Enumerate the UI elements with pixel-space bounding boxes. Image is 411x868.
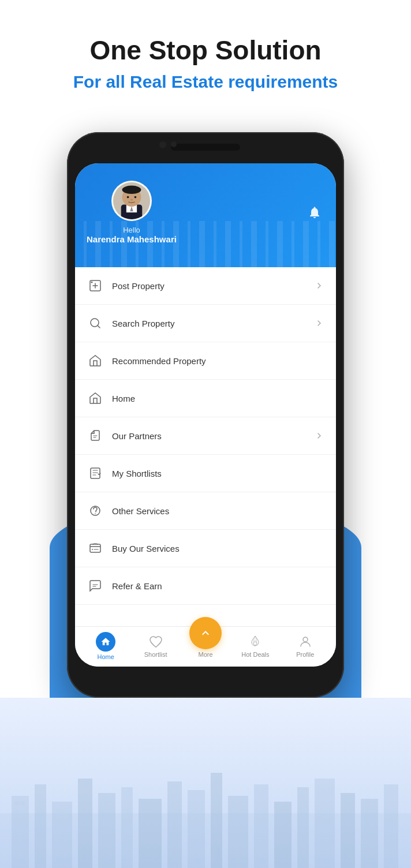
svg-rect-38	[20, 802, 25, 805]
svg-rect-39	[14, 810, 19, 814]
svg-point-6	[127, 196, 129, 199]
svg-rect-41	[36, 800, 40, 803]
recommended-property-icon	[87, 352, 104, 369]
my-shortlists-label: My Shortlists	[112, 469, 324, 478]
post-property-label: Post Property	[112, 281, 314, 291]
our-partners-chevron	[314, 431, 324, 441]
svg-point-14	[95, 513, 96, 514]
svg-rect-28	[211, 773, 222, 868]
buy-services-icon	[87, 540, 104, 557]
page-subtitle: For all Real Estate requirements	[12, 72, 399, 92]
svg-point-5	[122, 186, 141, 194]
other-services-icon	[87, 502, 104, 519]
phone-shell: Hello Narendra Maheshwari	[67, 132, 344, 698]
search-property-icon	[87, 315, 104, 332]
svg-rect-24	[121, 787, 133, 868]
more-fab-icon	[199, 626, 212, 640]
app-header: Hello Narendra Maheshwari	[75, 163, 336, 267]
home-nav-icon	[100, 637, 111, 647]
svg-rect-25	[139, 799, 162, 868]
svg-rect-40	[36, 793, 40, 796]
menu-item-recommended-property[interactable]: Recommended Property	[75, 342, 336, 380]
home-menu-label: Home	[112, 394, 324, 403]
refer-earn-label: Refer & Earn	[112, 581, 324, 591]
our-partners-label: Our Partners	[112, 431, 314, 441]
nav-item-home[interactable]: Home	[81, 632, 130, 660]
menu-item-my-shortlists[interactable]: My Shortlists	[75, 455, 336, 492]
hot-deals-nav-icon	[248, 634, 263, 649]
city-overlay	[75, 221, 336, 267]
menu-item-other-services[interactable]: Other Services	[75, 492, 336, 530]
refer-earn-icon	[87, 577, 104, 594]
svg-point-16	[92, 549, 93, 550]
svg-point-11	[91, 319, 99, 327]
greeting-text: Hello	[123, 226, 140, 234]
phone-screen: Hello Narendra Maheshwari	[75, 163, 336, 667]
bottom-bg	[0, 698, 411, 868]
shortlist-nav-label: Shortlist	[144, 651, 167, 658]
screen-content: Hello Narendra Maheshwari	[75, 163, 336, 667]
svg-rect-37	[14, 802, 19, 805]
svg-rect-29	[228, 796, 248, 868]
svg-rect-33	[315, 779, 335, 868]
phone-notch	[171, 144, 240, 151]
bottom-nav: Home Shortlist	[75, 626, 336, 667]
svg-rect-19	[12, 796, 29, 868]
page-header: One Stop Solution For all Real Estate re…	[0, 0, 411, 109]
svg-point-17	[303, 637, 308, 642]
hot-deals-nav-label: Hot Deals	[241, 651, 269, 658]
phone-wrapper: Hello Narendra Maheshwari	[67, 132, 344, 698]
svg-rect-21	[52, 802, 72, 868]
menu-item-refer-earn[interactable]: Refer & Earn	[75, 567, 336, 605]
avatar	[111, 181, 152, 221]
svg-rect-15	[90, 544, 100, 552]
svg-rect-12	[91, 468, 100, 478]
bg-city-skyline	[0, 755, 411, 868]
nav-item-hot-deals[interactable]: Hot Deals	[230, 634, 280, 658]
profile-nav-label: Profile	[296, 651, 314, 658]
home-nav-label: Home	[98, 653, 114, 660]
bell-icon-wrap[interactable]	[305, 203, 324, 222]
home-menu-icon	[87, 390, 104, 407]
svg-point-8	[130, 199, 133, 201]
search-property-chevron	[314, 318, 324, 328]
my-shortlists-icon	[87, 465, 104, 482]
our-partners-icon	[87, 427, 104, 444]
svg-rect-36	[384, 784, 398, 868]
nav-item-shortlist[interactable]: Shortlist	[130, 634, 180, 658]
svg-rect-30	[254, 784, 268, 868]
nav-item-profile[interactable]: Profile	[281, 634, 330, 658]
post-property-chevron	[314, 280, 324, 291]
post-property-icon	[87, 277, 104, 294]
buy-services-label: Buy Our Services	[112, 544, 324, 553]
svg-point-10	[91, 282, 93, 283]
page-title: One Stop Solution	[12, 35, 399, 66]
svg-rect-22	[78, 779, 92, 868]
svg-rect-34	[341, 793, 355, 868]
svg-rect-27	[188, 790, 205, 868]
phone-camera	[159, 141, 166, 148]
svg-rect-32	[297, 787, 309, 868]
svg-rect-23	[98, 793, 115, 868]
bell-icon	[308, 205, 322, 219]
home-nav-icon-bg	[96, 632, 115, 652]
more-fab[interactable]	[189, 617, 222, 649]
menu-item-search-property[interactable]: Search Property	[75, 305, 336, 342]
other-services-label: Other Services	[112, 506, 324, 516]
more-nav-label: More	[198, 651, 212, 658]
menu-item-home[interactable]: Home	[75, 380, 336, 417]
recommended-property-label: Recommended Property	[112, 356, 324, 366]
svg-rect-20	[35, 784, 46, 868]
menu-item-post-property[interactable]: Post Property	[75, 267, 336, 305]
svg-point-7	[134, 196, 137, 199]
shortlist-nav-icon	[148, 634, 163, 649]
svg-rect-35	[361, 799, 378, 868]
profile-nav-icon	[298, 634, 313, 649]
search-property-label: Search Property	[112, 319, 314, 328]
drawer-menu: Post Property	[75, 267, 336, 626]
menu-item-our-partners[interactable]: Our Partners	[75, 417, 336, 455]
svg-rect-26	[167, 781, 182, 868]
svg-rect-31	[274, 802, 292, 868]
nav-item-more[interactable]: More	[181, 634, 230, 658]
menu-item-buy-services[interactable]: Buy Our Services	[75, 530, 336, 567]
